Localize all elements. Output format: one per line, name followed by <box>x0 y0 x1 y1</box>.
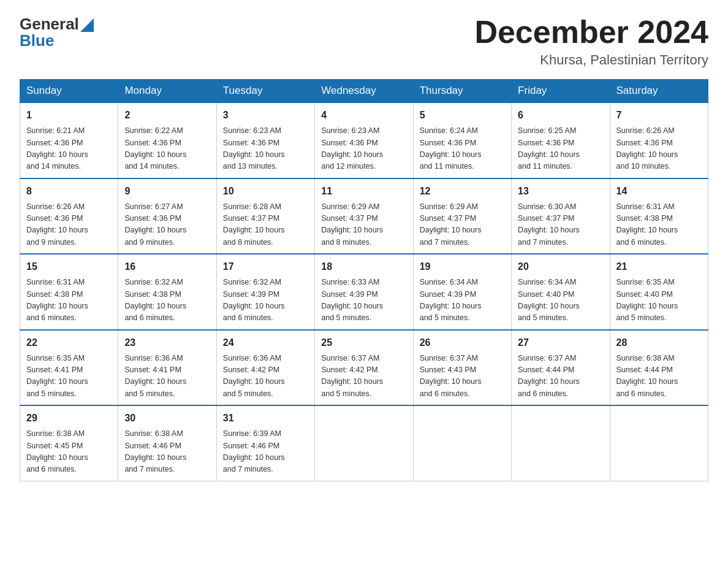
day-info: Sunrise: 6:36 AMSunset: 4:42 PMDaylight:… <box>223 353 308 400</box>
day-number: 19 <box>420 259 505 274</box>
title-block: December 2024 Khursa, Palestinian Territ… <box>474 15 708 68</box>
day-info: Sunrise: 6:32 AMSunset: 4:38 PMDaylight:… <box>124 277 210 324</box>
calendar-cell: 21 Sunrise: 6:35 AMSunset: 4:40 PMDaylig… <box>610 254 708 330</box>
calendar-cell: 4 Sunrise: 6:23 AMSunset: 4:36 PMDayligh… <box>315 102 413 178</box>
calendar-cell: 24 Sunrise: 6:36 AMSunset: 4:42 PMDaylig… <box>216 330 314 406</box>
col-header-saturday: Saturday <box>610 80 708 103</box>
day-info: Sunrise: 6:38 AMSunset: 4:44 PMDaylight:… <box>616 353 702 400</box>
day-number: 11 <box>321 184 406 199</box>
month-year-title: December 2024 <box>474 15 708 50</box>
logo-triangle-icon <box>80 18 94 32</box>
day-info: Sunrise: 6:25 AMSunset: 4:36 PMDaylight:… <box>518 125 603 173</box>
calendar-cell: 11 Sunrise: 6:29 AMSunset: 4:37 PMDaylig… <box>315 178 413 255</box>
day-number: 16 <box>124 259 210 274</box>
col-header-monday: Monday <box>118 80 216 103</box>
day-number: 25 <box>321 335 406 350</box>
day-info: Sunrise: 6:36 AMSunset: 4:41 PMDaylight:… <box>124 353 210 400</box>
day-info: Sunrise: 6:37 AMSunset: 4:43 PMDaylight:… <box>420 353 505 400</box>
day-number: 1 <box>26 108 112 123</box>
calendar-cell: 12 Sunrise: 6:29 AMSunset: 4:37 PMDaylig… <box>413 178 511 255</box>
svg-marker-0 <box>80 18 94 32</box>
day-number: 17 <box>223 259 308 274</box>
day-number: 20 <box>518 259 603 274</box>
col-header-friday: Friday <box>512 80 610 103</box>
day-info: Sunrise: 6:29 AMSunset: 4:37 PMDaylight:… <box>420 201 505 249</box>
calendar-cell: 29 Sunrise: 6:38 AMSunset: 4:45 PMDaylig… <box>20 405 118 481</box>
calendar-cell: 6 Sunrise: 6:25 AMSunset: 4:36 PMDayligh… <box>512 102 610 178</box>
day-info: Sunrise: 6:26 AMSunset: 4:36 PMDaylight:… <box>616 125 702 173</box>
calendar-cell: 5 Sunrise: 6:24 AMSunset: 4:36 PMDayligh… <box>413 102 511 178</box>
logo: General Blue <box>20 15 94 50</box>
calendar-cell: 27 Sunrise: 6:37 AMSunset: 4:44 PMDaylig… <box>512 330 610 406</box>
calendar-cell: 31 Sunrise: 6:39 AMSunset: 4:46 PMDaylig… <box>216 405 314 481</box>
day-number: 2 <box>124 108 210 123</box>
day-info: Sunrise: 6:38 AMSunset: 4:46 PMDaylight:… <box>124 428 210 476</box>
day-info: Sunrise: 6:32 AMSunset: 4:39 PMDaylight:… <box>223 277 308 324</box>
calendar-cell <box>512 405 610 481</box>
day-info: Sunrise: 6:37 AMSunset: 4:42 PMDaylight:… <box>321 353 406 400</box>
day-number: 31 <box>223 411 308 426</box>
calendar-week-row: 8 Sunrise: 6:26 AMSunset: 4:36 PMDayligh… <box>20 178 708 255</box>
calendar-cell <box>413 405 511 481</box>
calendar-cell <box>610 405 708 481</box>
day-info: Sunrise: 6:37 AMSunset: 4:44 PMDaylight:… <box>518 353 603 400</box>
calendar-cell: 19 Sunrise: 6:34 AMSunset: 4:39 PMDaylig… <box>413 254 511 330</box>
day-info: Sunrise: 6:39 AMSunset: 4:46 PMDaylight:… <box>223 428 308 476</box>
calendar-cell: 7 Sunrise: 6:26 AMSunset: 4:36 PMDayligh… <box>610 102 708 178</box>
day-number: 15 <box>26 259 112 274</box>
calendar-cell: 18 Sunrise: 6:33 AMSunset: 4:39 PMDaylig… <box>315 254 413 330</box>
logo-blue: Blue <box>20 31 54 50</box>
calendar-cell: 25 Sunrise: 6:37 AMSunset: 4:42 PMDaylig… <box>315 330 413 406</box>
day-number: 28 <box>616 335 702 350</box>
calendar-cell: 20 Sunrise: 6:34 AMSunset: 4:40 PMDaylig… <box>512 254 610 330</box>
day-info: Sunrise: 6:34 AMSunset: 4:40 PMDaylight:… <box>518 277 603 324</box>
day-info: Sunrise: 6:38 AMSunset: 4:45 PMDaylight:… <box>26 428 112 476</box>
day-number: 6 <box>518 108 603 123</box>
day-number: 27 <box>518 335 603 350</box>
day-number: 9 <box>124 184 210 199</box>
day-number: 24 <box>223 335 308 350</box>
day-number: 12 <box>420 184 505 199</box>
calendar-cell: 1 Sunrise: 6:21 AMSunset: 4:36 PMDayligh… <box>20 102 118 178</box>
day-info: Sunrise: 6:23 AMSunset: 4:36 PMDaylight:… <box>223 125 308 173</box>
calendar-cell: 8 Sunrise: 6:26 AMSunset: 4:36 PMDayligh… <box>20 178 118 255</box>
day-number: 21 <box>616 259 702 274</box>
day-info: Sunrise: 6:26 AMSunset: 4:36 PMDaylight:… <box>26 201 112 249</box>
day-info: Sunrise: 6:31 AMSunset: 4:38 PMDaylight:… <box>26 277 112 324</box>
day-info: Sunrise: 6:30 AMSunset: 4:37 PMDaylight:… <box>518 201 603 249</box>
calendar-week-row: 15 Sunrise: 6:31 AMSunset: 4:38 PMDaylig… <box>20 254 708 330</box>
day-number: 22 <box>26 335 112 350</box>
day-info: Sunrise: 6:21 AMSunset: 4:36 PMDaylight:… <box>26 125 112 173</box>
calendar-cell: 26 Sunrise: 6:37 AMSunset: 4:43 PMDaylig… <box>413 330 511 406</box>
day-number: 26 <box>420 335 505 350</box>
day-number: 3 <box>223 108 308 123</box>
day-number: 23 <box>124 335 210 350</box>
col-header-sunday: Sunday <box>20 80 118 103</box>
day-info: Sunrise: 6:35 AMSunset: 4:40 PMDaylight:… <box>616 277 702 324</box>
calendar-cell: 17 Sunrise: 6:32 AMSunset: 4:39 PMDaylig… <box>216 254 314 330</box>
day-number: 14 <box>616 184 702 199</box>
calendar-cell: 28 Sunrise: 6:38 AMSunset: 4:44 PMDaylig… <box>610 330 708 406</box>
day-number: 10 <box>223 184 308 199</box>
calendar-cell: 14 Sunrise: 6:31 AMSunset: 4:38 PMDaylig… <box>610 178 708 255</box>
day-number: 13 <box>518 184 603 199</box>
calendar-cell <box>315 405 413 481</box>
page-header: General Blue December 2024 Khursa, Pales… <box>20 15 708 68</box>
day-info: Sunrise: 6:35 AMSunset: 4:41 PMDaylight:… <box>26 353 112 400</box>
calendar-cell: 10 Sunrise: 6:28 AMSunset: 4:37 PMDaylig… <box>216 178 314 255</box>
calendar-header-row: SundayMondayTuesdayWednesdayThursdayFrid… <box>20 80 708 103</box>
calendar-cell: 16 Sunrise: 6:32 AMSunset: 4:38 PMDaylig… <box>118 254 216 330</box>
calendar-cell: 3 Sunrise: 6:23 AMSunset: 4:36 PMDayligh… <box>216 102 314 178</box>
calendar-cell: 9 Sunrise: 6:27 AMSunset: 4:36 PMDayligh… <box>118 178 216 255</box>
col-header-tuesday: Tuesday <box>216 80 314 103</box>
day-info: Sunrise: 6:27 AMSunset: 4:36 PMDaylight:… <box>124 201 210 249</box>
calendar-week-row: 29 Sunrise: 6:38 AMSunset: 4:45 PMDaylig… <box>20 405 708 481</box>
calendar-week-row: 22 Sunrise: 6:35 AMSunset: 4:41 PMDaylig… <box>20 330 708 406</box>
day-info: Sunrise: 6:24 AMSunset: 4:36 PMDaylight:… <box>420 125 505 173</box>
calendar-week-row: 1 Sunrise: 6:21 AMSunset: 4:36 PMDayligh… <box>20 102 708 178</box>
day-info: Sunrise: 6:34 AMSunset: 4:39 PMDaylight:… <box>420 277 505 324</box>
col-header-wednesday: Wednesday <box>315 80 413 103</box>
day-info: Sunrise: 6:28 AMSunset: 4:37 PMDaylight:… <box>223 201 308 249</box>
day-info: Sunrise: 6:31 AMSunset: 4:38 PMDaylight:… <box>616 201 702 249</box>
day-number: 4 <box>321 108 406 123</box>
